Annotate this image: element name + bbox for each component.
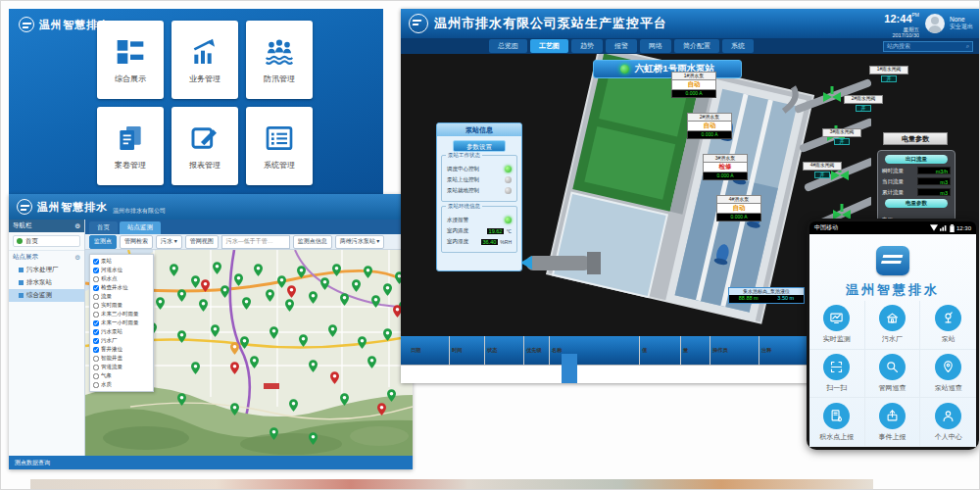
phone-app-grid: 实时监测 污水厂 泵站 扫一扫 管网巡查 (809, 301, 976, 447)
nav-tab-overview[interactable]: 总览图 (489, 39, 527, 53)
sidebar-header-label: 导航栏 (13, 221, 32, 230)
layer-label: 泵站 (101, 258, 112, 265)
station-select[interactable]: 两维污水泵站 ▾ (335, 235, 385, 249)
type-select[interactable]: 污水 ▾ (156, 235, 182, 249)
nav-tab-trend[interactable]: 趋势 (571, 39, 603, 53)
layer-row[interactable]: 未来三小时雨量 (93, 310, 150, 318)
layer-row[interactable]: 泵站 (93, 257, 150, 266)
station-title-pill[interactable]: 六虹桥1号雨水泵站 (593, 60, 742, 78)
app-item-waterlogging-report[interactable]: 积水点上报 (809, 398, 865, 447)
tree-item-pump-station[interactable]: 排水泵站 (9, 276, 84, 289)
valve-chip-4[interactable]: 4#雨水闸阀 开 (803, 162, 842, 178)
monitor-info-button[interactable]: 监测点信息 (293, 235, 332, 249)
monitor-points-button[interactable]: 监测点 (89, 235, 117, 249)
app-item-pipeline-inspection[interactable]: 管网巡查 (865, 350, 921, 399)
layer-row[interactable]: 水质 (93, 380, 150, 389)
network-view-button[interactable]: 管网视图 (185, 235, 219, 249)
gear-icon[interactable]: ⚙ (74, 222, 80, 230)
layer-checkbox-panel: 泵站 河道水位 积水点 检查井水位 流量 实时雨量 未来三小时雨量 未来一小时雨… (89, 254, 154, 392)
layer-row[interactable]: 实时雨量 (93, 301, 150, 310)
app-item-label: 事件上报 (878, 432, 906, 442)
power-parameters-button[interactable]: 电量参数 (883, 132, 948, 145)
app-item-personal-center[interactable]: 个人中心 (920, 398, 976, 447)
location-pin-icon (935, 354, 961, 380)
layer-row[interactable]: 污水泵站 (93, 327, 150, 336)
nav-tab-alarm[interactable]: 报警 (606, 39, 637, 53)
parameter-settings-button[interactable]: 参数设置 (453, 140, 506, 152)
layer-checkbox[interactable] (93, 259, 99, 265)
tab-home[interactable]: 首页 (89, 221, 118, 234)
layer-checkbox[interactable] (93, 268, 99, 273)
layer-checkbox[interactable] (93, 303, 99, 309)
tree-item-label: 排水泵站 (26, 278, 52, 287)
layer-checkbox[interactable] (93, 338, 99, 344)
logout-link[interactable]: 安全退出 (950, 24, 973, 31)
app-item-scan[interactable]: 扫一扫 (809, 350, 865, 399)
pump-chip-4[interactable]: 4#潜水泵 自动 0.000 A (716, 195, 761, 221)
pump-mode: 自动 (671, 80, 716, 90)
layer-row[interactable]: 窨井液位 (93, 345, 150, 354)
tile-flood-management[interactable]: 防汛管理 (246, 21, 313, 99)
layer-row[interactable]: 流量 (93, 292, 150, 301)
layer-row[interactable]: 未来一小时雨量 (93, 318, 150, 327)
avatar[interactable] (925, 14, 945, 33)
app-item-sewage-plant[interactable]: 污水厂 (865, 301, 921, 350)
tile-comprehensive-display[interactable]: 综合展示 (97, 21, 164, 99)
tile-archive-management[interactable]: 案卷管理 (97, 107, 164, 185)
work-row-label: 调度中心控制 (447, 166, 479, 172)
app-item-event-report[interactable]: 事件上报 (865, 398, 921, 447)
map-area[interactable]: 泵站 河道水位 积水点 检查井水位 流量 实时雨量 未来三小时雨量 未来一小时雨… (85, 250, 413, 456)
temp-label: 室内温度 (447, 227, 468, 234)
table-scrollbar-thumb[interactable] (562, 354, 577, 383)
layer-row[interactable]: 检查井水位 (93, 283, 150, 292)
layer-checkbox[interactable] (93, 320, 99, 326)
layer-checkbox[interactable] (93, 329, 99, 335)
tree-item-integrated-monitoring[interactable]: 综合监测 (9, 289, 84, 302)
valve-chip-2[interactable]: 2#雨水闸阀 开 (844, 95, 883, 112)
nav-tab-network[interactable]: 网络 (640, 39, 671, 53)
scada-search-input[interactable]: 站内搜索 ⌕ (883, 41, 973, 52)
layer-row[interactable]: 污水厂 (93, 336, 150, 345)
pump-chip-1[interactable]: 1#潜水泵 自动 0.000 A (671, 72, 716, 98)
app-item-label: 污水厂 (882, 334, 903, 344)
layer-checkbox[interactable] (93, 382, 99, 388)
layer-checkbox[interactable] (93, 276, 99, 282)
layer-checkbox[interactable] (93, 347, 99, 353)
layer-row[interactable]: 智能井盖 (93, 354, 150, 363)
network-search-button[interactable]: 管网检索 (120, 235, 153, 249)
pump-current: 0.000 A (703, 172, 748, 180)
tile-report-management[interactable]: 报表管理 (172, 107, 238, 185)
app-item-realtime-monitor[interactable]: 实时监测 (809, 301, 865, 350)
tree-root-stations[interactable]: 站点展示 ⚙ (9, 250, 84, 264)
flow-row-label: 瞬时流量 (882, 168, 904, 174)
valve-chip-3[interactable]: 3#雨水闸阀 开 (822, 128, 861, 145)
layer-checkbox[interactable] (93, 285, 99, 291)
layer-checkbox[interactable] (93, 294, 99, 300)
pump-chip-2[interactable]: 2#潜水泵 自动 0.000 A (687, 113, 732, 139)
valve-state: 开 (881, 75, 897, 82)
nav-tab-process[interactable]: 工艺图 (530, 39, 568, 53)
pump-chip-3[interactable]: 3#潜水泵 检修 0.000 A (703, 154, 748, 180)
tree-item-sewage-plant[interactable]: 污水处理厂 (9, 264, 84, 276)
layer-checkbox[interactable] (93, 373, 99, 379)
layer-row[interactable]: 河道水位 (93, 266, 150, 274)
tab-station-monitoring[interactable]: 站点监测 (120, 221, 161, 234)
app-item-station-inspection[interactable]: 泵站巡查 (920, 350, 976, 399)
valve-name: 2#雨水闸阀 (844, 95, 883, 104)
tile-business-management[interactable]: 业务管理 (172, 21, 238, 99)
sidebar-item-home[interactable]: 首页 (13, 235, 80, 247)
condition-search-field[interactable]: 污水—低于干管… (221, 235, 290, 249)
valve-chip-1[interactable]: 1#雨水闸阀 开 (869, 66, 908, 82)
nav-tab-system[interactable]: 系统 (722, 39, 754, 53)
nav-tab-profile-config[interactable]: 简介配置 (674, 39, 719, 53)
layer-row[interactable]: 气象 (93, 371, 150, 380)
layer-row[interactable]: 管道流量 (93, 363, 150, 371)
layer-checkbox[interactable] (93, 365, 99, 370)
layer-checkbox[interactable] (93, 312, 99, 318)
layer-row[interactable]: 积水点 (93, 274, 150, 283)
layer-checkbox[interactable] (93, 356, 99, 362)
tile-system-management[interactable]: 系统管理 (246, 107, 313, 185)
app-item-pump-station[interactable]: 泵站 (920, 301, 976, 350)
gear-icon[interactable]: ⚙ (74, 254, 80, 262)
tree-item-label: 污水处理厂 (26, 266, 59, 274)
